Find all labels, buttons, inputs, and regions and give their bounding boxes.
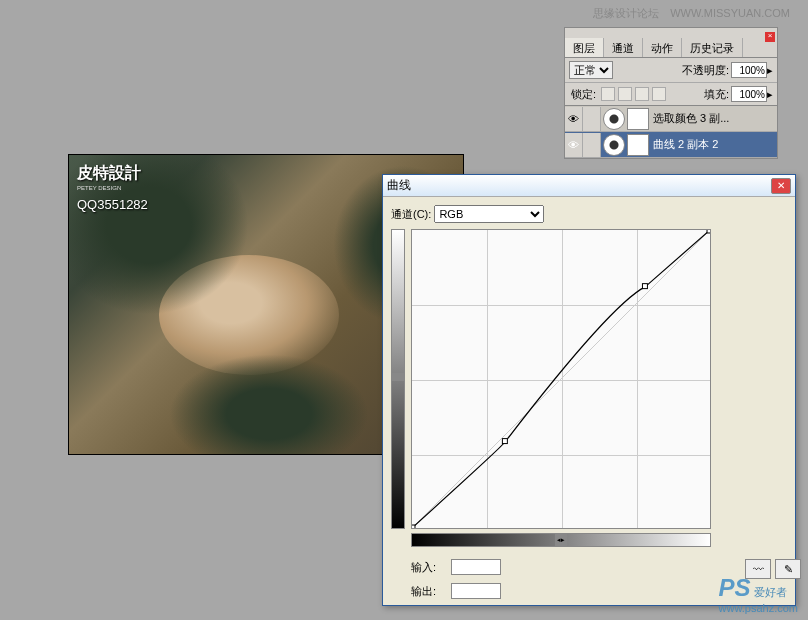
channel-select[interactable]: RGB	[434, 205, 544, 223]
opacity-label: 不透明度:	[682, 63, 729, 78]
vertical-gradient[interactable]	[391, 229, 405, 529]
dialog-title: 曲线	[387, 177, 771, 194]
input-label: 输入:	[411, 560, 451, 575]
photo-qq: QQ3551282	[77, 197, 148, 212]
tab-history[interactable]: 历史记录	[682, 38, 743, 57]
fill-input[interactable]	[731, 86, 767, 102]
link-column[interactable]	[583, 133, 601, 157]
fill-arrow-icon[interactable]: ▸	[767, 88, 773, 101]
layers-panel: × 图层 通道 动作 历史记录 正常 不透明度: ▸ 锁定: 填充: ▸ 👁 选…	[564, 27, 778, 159]
channel-label: 通道(C):	[391, 208, 431, 220]
adjustment-icon	[603, 108, 625, 130]
close-icon[interactable]: ✕	[771, 178, 791, 194]
watermark-url: WWW.MISSYUAN.COM	[670, 7, 790, 19]
lock-position-icon[interactable]	[635, 87, 649, 101]
layer-row[interactable]: 👁 选取颜色 3 副...	[565, 106, 777, 132]
svg-rect-2	[502, 439, 507, 444]
lock-pixels-icon[interactable]	[618, 87, 632, 101]
ps-logo: PS	[719, 574, 751, 601]
output-value[interactable]	[451, 583, 501, 599]
curves-graph[interactable]	[411, 229, 711, 529]
close-icon[interactable]: ×	[765, 32, 775, 42]
watermark-site: 思缘设计论坛	[593, 7, 659, 19]
tab-channels[interactable]: 通道	[604, 38, 643, 57]
adjustment-icon	[603, 134, 625, 156]
svg-rect-3	[642, 284, 647, 289]
dialog-titlebar[interactable]: 曲线 ✕	[383, 175, 795, 197]
input-value[interactable]	[451, 559, 501, 575]
tab-actions[interactable]: 动作	[643, 38, 682, 57]
visibility-icon[interactable]: 👁	[565, 107, 583, 131]
lock-all-icon[interactable]	[652, 87, 666, 101]
opacity-arrow-icon[interactable]: ▸	[767, 64, 773, 77]
mask-thumbnail	[627, 134, 649, 156]
tab-layers[interactable]: 图层	[565, 38, 604, 57]
blend-mode-select[interactable]: 正常	[569, 61, 613, 79]
lock-transparency-icon[interactable]	[601, 87, 615, 101]
svg-rect-1	[412, 525, 415, 528]
page-watermark-top: 思缘设计论坛 WWW.MISSYUAN.COM	[593, 6, 798, 21]
layer-name: 曲线 2 副本 2	[653, 137, 777, 152]
fill-label: 填充:	[704, 87, 729, 102]
visibility-icon[interactable]: 👁	[565, 133, 583, 157]
svg-line-0	[412, 230, 710, 528]
horizontal-gradient[interactable]: ◂▸	[411, 533, 711, 547]
link-column[interactable]	[583, 107, 601, 131]
layer-row[interactable]: 👁 曲线 2 副本 2	[565, 132, 777, 158]
curves-dialog: 曲线 ✕ 通道(C): RGB	[382, 174, 796, 606]
page-watermark-bottom: PS 爱好者 www.psahz.com	[719, 574, 798, 614]
panel-tabs: 图层 通道 动作 历史记录	[565, 38, 777, 58]
output-label: 输出:	[411, 584, 451, 599]
svg-rect-4	[707, 230, 710, 233]
layer-list: 👁 选取颜色 3 副... 👁 曲线 2 副本 2	[565, 106, 777, 158]
photo-title: 皮特設計	[77, 163, 141, 184]
ps-url: www.psahz.com	[719, 602, 798, 614]
ps-text: 爱好者	[754, 586, 787, 598]
lock-label: 锁定:	[571, 87, 596, 102]
mask-thumbnail	[627, 108, 649, 130]
opacity-input[interactable]	[731, 62, 767, 78]
photo-subtitle: PETEY DESIGN	[77, 185, 121, 191]
layer-name: 选取颜色 3 副...	[653, 111, 777, 126]
